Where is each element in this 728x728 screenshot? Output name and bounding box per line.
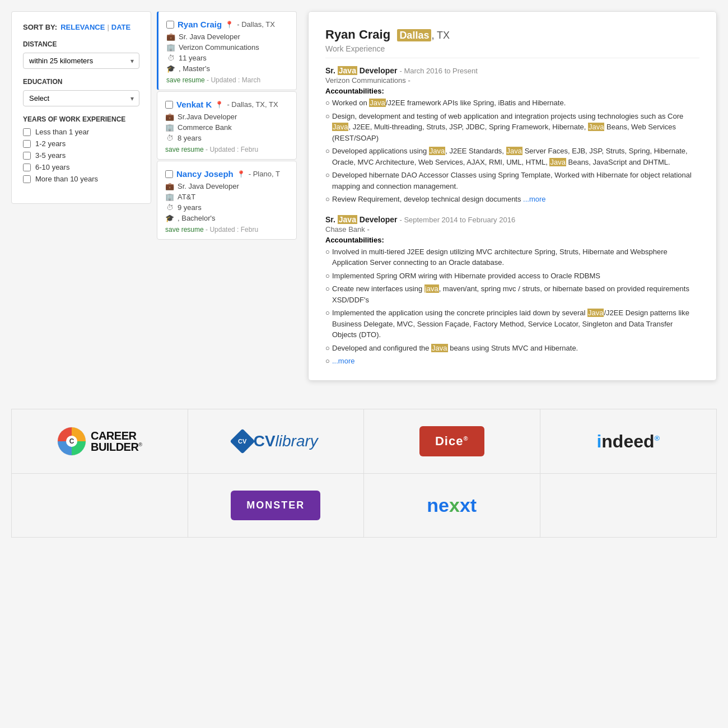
job-1-bullet-4: Developed hibernate DAO Accessor Classes… (325, 170, 699, 192)
indeed-text: indeed® (596, 431, 660, 451)
exp-checkbox-4[interactable] (23, 164, 31, 171)
partner-nexxt[interactable]: nexxt (364, 474, 540, 537)
exp-option-2: 1-2 years (23, 139, 139, 148)
briefcase-icon-3: 💼 (165, 182, 174, 190)
candidate-2-company-row: 🏢 Commerce Bank (165, 123, 288, 132)
job-1-date: - March 2016 to Present (399, 67, 477, 75)
nexxt-logo: nexxt (427, 494, 477, 516)
java-highlight-1: Java (338, 66, 357, 75)
indeed-rest: ndeed (601, 431, 654, 451)
candidate-2-save: save resume - Updated : Febru (165, 146, 288, 153)
more-link-2[interactable]: ...more (332, 357, 354, 365)
results-list: Ryan Craig 📍 - Dallas, TX 💼 Sr. Java Dev… (157, 11, 297, 381)
candidate-2-years: 8 years (178, 134, 202, 142)
exp-option-3: 3-5 years (23, 151, 139, 160)
candidate-card-3[interactable]: Nancy Joseph 📍 - Plano, T 💼 Sr. Java Dev… (157, 161, 297, 240)
candidate-2-checkbox[interactable] (165, 101, 173, 109)
exp-checkbox-5[interactable] (23, 175, 31, 183)
java-hl-1b: Java (332, 123, 348, 131)
java-hl-2c: Java (431, 344, 447, 352)
candidate-2-company: Commerce Bank (178, 123, 232, 132)
dice-reg: ® (463, 435, 468, 442)
nexxt-x: x (449, 494, 460, 516)
partners-row-2: MonsteR nexxt (11, 474, 717, 538)
building-icon-3: 🏢 (165, 193, 174, 201)
dice-logo: Dice® (419, 426, 484, 456)
job-1-title-row: Sr. Java Developer - March 2016 to Prese… (325, 66, 699, 75)
building-icon-1: 🏢 (166, 43, 175, 52)
sort-date[interactable]: DATE (111, 23, 130, 31)
save-resume-link-3[interactable]: save resume (165, 226, 204, 234)
exp-option-5: More than 10 years (23, 175, 139, 183)
work-experience-heading: Work Experience (325, 44, 699, 58)
java-hl-1e: Java (506, 147, 522, 155)
empty-cell-1 (12, 474, 188, 537)
detail-location-state: , TX (431, 30, 450, 41)
education-select[interactable]: Select High School Associate's Bachelor'… (23, 90, 139, 106)
job-entry-2: Sr. Java Developer - September 2014 to F… (325, 215, 699, 367)
candidate-1-header: Ryan Craig 📍 - Dallas, TX (166, 20, 288, 29)
job-1-title: Sr. Java Developer (325, 66, 398, 75)
location-pin-icon-1: 📍 (225, 21, 234, 29)
briefcase-icon-2: 💼 (165, 113, 174, 121)
education-filter: EDUCATION Select High School Associate's… (23, 78, 139, 106)
java-highlight-2: Java (338, 215, 357, 224)
job-1-accountabilities-label: Accountabilities: (325, 87, 699, 95)
job-2-title: Sr. Java Developer (325, 215, 398, 224)
candidate-card-2[interactable]: Venkat K 📍 - Dallas, TX, TX 💼 Sr.Java De… (157, 91, 297, 160)
job-1-bullet-1: Worked on Java/J2EE framework APIs like … (325, 97, 699, 109)
cb-builder: BUILDER® (91, 441, 142, 452)
java-hl-2b: Java (587, 309, 604, 317)
partner-cvlibrary[interactable]: CV CVlibrary (188, 409, 365, 473)
partner-dice[interactable]: Dice® (364, 409, 540, 473)
candidate-2-name[interactable]: Venkat K (176, 100, 212, 109)
candidate-3-name[interactable]: Nancy Joseph (176, 169, 234, 179)
exp-checkbox-2[interactable] (23, 140, 31, 148)
education-label: EDUCATION (23, 78, 139, 86)
exp-checkbox-3[interactable] (23, 152, 31, 160)
candidate-3-company-row: 🏢 AT&T (165, 193, 288, 201)
partner-careerbuilder[interactable]: C CAREER BUILDER® (12, 409, 188, 473)
candidate-3-checkbox[interactable] (165, 170, 173, 178)
candidate-1-save: save resume - Updated : March (166, 76, 288, 84)
job-2-bullet-5: Developed and configured the Java beans … (325, 343, 699, 354)
sort-relevance[interactable]: RELEVANCE (60, 23, 105, 31)
exp-label-2: 1-2 years (35, 139, 66, 148)
candidate-2-title: Sr.Java Developer (178, 113, 237, 121)
candidate-1-checkbox[interactable] (166, 21, 174, 29)
indeed-reg: ® (655, 434, 660, 442)
candidate-3-title: Sr. Java Developer (178, 182, 239, 190)
candidate-2-years-row: ⏱ 8 years (165, 134, 288, 142)
candidate-1-years: 11 years (179, 54, 207, 62)
candidate-card-1[interactable]: Ryan Craig 📍 - Dallas, TX 💼 Sr. Java Dev… (157, 11, 297, 90)
save-resume-link-1[interactable]: save resume (166, 76, 205, 84)
job-2-company: Chase Bank - (325, 225, 699, 234)
job-2-bullet-3: Create new interfaces using java, maven/… (325, 283, 699, 305)
distance-select[interactable]: within 5 kilometers within 10 kilometers… (23, 53, 139, 69)
candidate-3-title-row: 💼 Sr. Java Developer (165, 182, 288, 190)
candidate-1-updated: - Updated : March (207, 76, 260, 84)
cb-svg-logo: C (57, 427, 86, 456)
clock-icon-1: ⏱ (166, 54, 175, 62)
job-2-bullet-4: Implemented the application using the co… (325, 307, 699, 340)
cb-name: CAREER (91, 430, 142, 441)
candidate-1-name[interactable]: Ryan Craig (178, 20, 222, 29)
cv-diamond-text: CV (238, 438, 246, 445)
more-link-1[interactable]: ...more (523, 195, 545, 203)
job-2-title-row: Sr. Java Developer - September 2014 to F… (325, 215, 699, 224)
partner-indeed[interactable]: indeed® (540, 409, 717, 473)
save-resume-link-2[interactable]: save resume (165, 146, 204, 153)
partners-row-1: C CAREER BUILDER® CV CVlibrary Dice® (11, 409, 717, 474)
partner-monster[interactable]: MonsteR (188, 474, 365, 537)
exp-checkbox-1[interactable] (23, 128, 31, 136)
empty-cell-2 (540, 474, 717, 537)
careerbuilder-logo: C CAREER BUILDER® (57, 427, 142, 456)
job-2-accountabilities-label: Accountabilities: (325, 236, 699, 244)
experience-filter: YEARS OF WORK EXPERIENCE Less than 1 yea… (23, 115, 139, 183)
cvlibrary-logo: CV CVlibrary (234, 432, 318, 450)
cv-library-text: CVlibrary (254, 432, 318, 450)
job-1-bullets: Worked on Java/J2EE framework APIs like … (325, 97, 699, 205)
candidate-1-degree: , Master's (179, 64, 210, 73)
candidate-2-location: - Dallas, TX, TX (227, 100, 278, 109)
exp-option-4: 6-10 years (23, 163, 139, 171)
